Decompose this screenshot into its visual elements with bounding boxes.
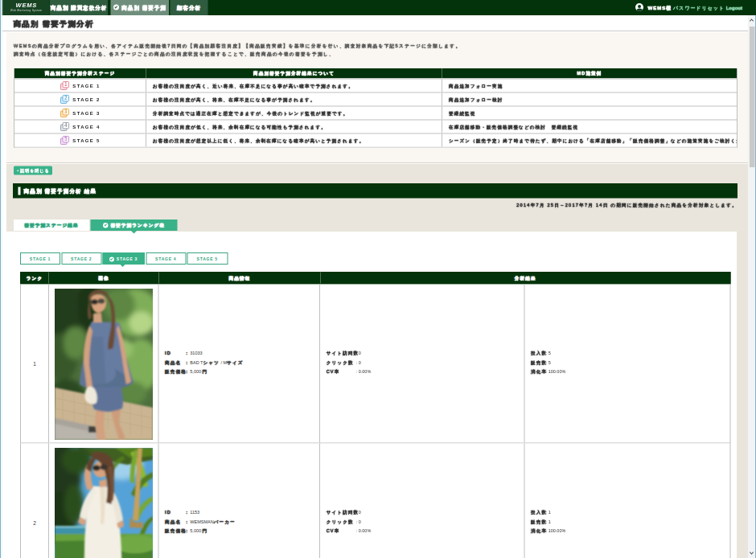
svg-text:2: 2	[64, 95, 68, 101]
svg-text:5: 5	[64, 136, 68, 142]
svg-text:3: 3	[64, 109, 68, 114]
svg-text:4: 4	[64, 122, 68, 128]
svg-text:1: 1	[64, 81, 68, 87]
